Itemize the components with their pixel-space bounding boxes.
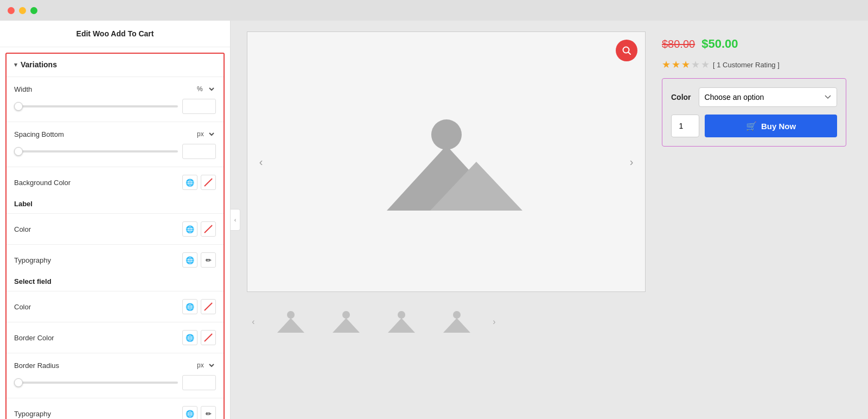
search-icon <box>622 46 631 55</box>
panel-title: Edit Woo Add To Cart <box>0 21 230 47</box>
border-color-globe-btn[interactable]: 🌐 <box>182 330 197 345</box>
spacing-bottom-text-input[interactable] <box>182 144 216 159</box>
image-next-button[interactable]: › <box>623 154 640 170</box>
star-1: ★ <box>662 59 671 71</box>
bg-color-controls: 🌐 <box>182 175 216 190</box>
select-color-reset-btn[interactable] <box>201 299 216 314</box>
thumbnail-3[interactable] <box>377 303 426 341</box>
spacing-bottom-slider-row <box>7 143 224 163</box>
thumb-next-button[interactable]: › <box>488 315 501 328</box>
label-color-controls: 🌐 <box>182 221 216 237</box>
border-radius-slider[interactable] <box>14 382 178 384</box>
svg-point-5 <box>287 311 295 319</box>
width-controls: %pxem <box>194 85 216 93</box>
product-image-section: ‹ › ‹ <box>247 31 646 408</box>
label-typography-label: Typography <box>14 256 51 264</box>
border-radius-text-input[interactable] <box>182 375 216 390</box>
select-typography-controls: 🌐 ✏ <box>182 406 216 419</box>
width-slider-row <box>7 98 224 118</box>
rating-text: [ 1 Customer Rating ] <box>713 61 780 69</box>
select-typography-field-row: Typography 🌐 ✏ <box>7 402 224 419</box>
border-radius-slider-row <box>7 374 224 395</box>
thumbnail-strip: ‹ <box>247 301 646 343</box>
spacing-unit-select[interactable]: pxem% <box>194 130 216 138</box>
svg-marker-8 <box>333 318 360 333</box>
select-typography-pencil-btn[interactable]: ✏ <box>201 406 216 419</box>
close-button[interactable] <box>8 7 15 14</box>
divider-5 <box>7 244 224 245</box>
label-typography-pencil-btn[interactable]: ✏ <box>201 252 216 268</box>
select-color-controls: 🌐 <box>182 299 216 314</box>
slash-line <box>204 178 213 187</box>
spacing-bottom-label: Spacing Bottom <box>14 130 64 138</box>
width-field-row: Width %pxem <box>7 80 224 98</box>
width-unit-select[interactable]: %pxem <box>194 85 216 93</box>
bg-color-field-row: Background Color 🌐 <box>7 170 224 194</box>
price-area: $80.00 $50.00 <box>662 37 846 51</box>
stars: ★ ★ ★ ★ ★ <box>662 59 710 71</box>
border-radius-label: Border Radius <box>14 361 59 370</box>
svg-point-0 <box>431 119 462 150</box>
image-prev-button[interactable]: ‹ <box>253 154 269 170</box>
variation-box: Color Choose an option 🛒 Buy Now <box>662 78 846 147</box>
thumb-img-4 <box>441 308 473 335</box>
maximize-button[interactable] <box>30 7 37 14</box>
star-3: ★ <box>681 59 690 71</box>
divider-3 <box>7 167 224 167</box>
product-info-section: $80.00 $50.00 ★ ★ ★ ★ ★ [ 1 Customer Rat… <box>662 31 846 408</box>
label-color-reset-btn[interactable] <box>201 221 216 237</box>
main-area: Edit Woo Add To Cart ▾ Variations Width … <box>0 21 868 419</box>
svg-marker-12 <box>443 318 470 333</box>
left-panel: Edit Woo Add To Cart ▾ Variations Width … <box>0 21 231 419</box>
color-select[interactable]: Choose an option <box>699 87 837 107</box>
svg-point-7 <box>342 311 350 319</box>
thumbnail-1[interactable] <box>266 303 315 341</box>
quantity-input[interactable] <box>671 115 699 137</box>
border-radius-unit-select[interactable]: pxem% <box>194 361 216 370</box>
rating-area: ★ ★ ★ ★ ★ [ 1 Customer Rating ] <box>662 59 846 71</box>
thumbnail-2[interactable] <box>322 303 371 341</box>
buy-now-button[interactable]: 🛒 Buy Now <box>705 115 837 137</box>
label-subsection-header: Label <box>7 194 224 210</box>
label-typography-globe-btn[interactable]: 🌐 <box>182 252 197 268</box>
svg-line-4 <box>629 53 631 55</box>
border-color-field-row: Border Color 🌐 <box>7 326 224 350</box>
thumb-prev-button[interactable]: ‹ <box>247 315 260 328</box>
search-button[interactable] <box>616 40 637 61</box>
divider-1 <box>7 77 224 77</box>
spacing-bottom-slider[interactable] <box>14 150 178 153</box>
slash-line-2 <box>204 225 213 233</box>
buy-row: 🛒 Buy Now <box>671 115 837 137</box>
divider-4 <box>7 213 224 214</box>
border-radius-field-row: Border Radius pxem% <box>7 357 224 374</box>
svg-point-11 <box>453 311 461 319</box>
thumbnail-4[interactable] <box>432 303 481 341</box>
border-color-reset-btn[interactable] <box>201 330 216 345</box>
width-label: Width <box>14 85 32 93</box>
label-color-globe-btn[interactable]: 🌐 <box>182 221 197 237</box>
width-text-input[interactable] <box>182 99 216 114</box>
svg-point-9 <box>398 311 405 319</box>
cart-icon: 🛒 <box>746 121 757 131</box>
variations-section: ▾ Variations Width %pxem <box>5 53 225 419</box>
svg-marker-10 <box>388 318 415 333</box>
image-placeholder <box>247 32 645 291</box>
bg-color-reset-btn[interactable] <box>201 175 216 190</box>
width-slider[interactable] <box>14 105 178 107</box>
minimize-button[interactable] <box>19 7 26 14</box>
slash-line-4 <box>204 333 213 342</box>
panel-content: ▾ Variations Width %pxem <box>0 47 230 419</box>
select-color-globe-btn[interactable]: 🌐 <box>182 299 197 314</box>
select-typography-globe-btn[interactable]: 🌐 <box>182 406 197 419</box>
svg-marker-6 <box>277 318 304 333</box>
bg-color-globe-btn[interactable]: 🌐 <box>182 175 197 190</box>
border-color-label: Border Color <box>14 334 54 342</box>
divider-2 <box>7 122 224 122</box>
collapse-handle[interactable]: ‹ <box>231 209 240 231</box>
chevron-down-icon: ▾ <box>14 61 17 68</box>
color-field-label: Color <box>671 93 691 101</box>
variations-header[interactable]: ▾ Variations <box>7 54 224 73</box>
thumb-img-2 <box>330 308 362 335</box>
bg-color-label: Background Color <box>14 179 71 187</box>
original-price: $80.00 <box>662 38 695 50</box>
